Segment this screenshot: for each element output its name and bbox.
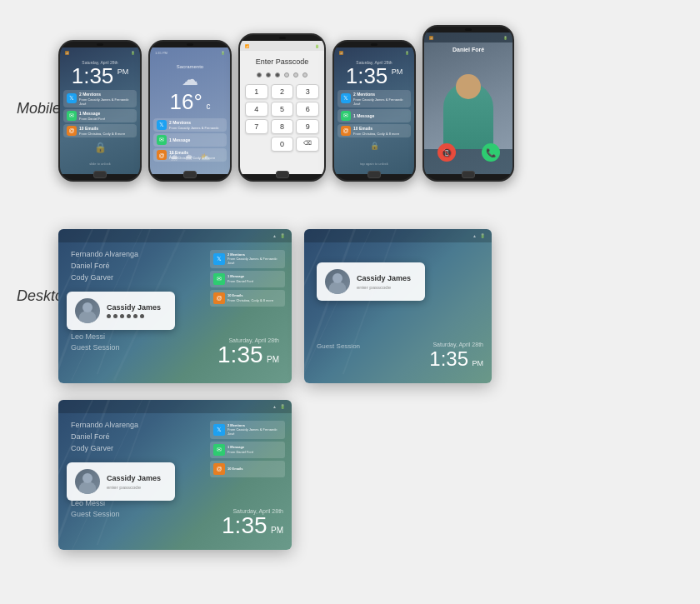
p4-email-icon: @ (341, 126, 351, 136)
desktop-date-2: Saturday, April 28th (429, 342, 483, 347)
pwd-dot-3 (120, 314, 124, 318)
key-5[interactable]: 5 (271, 102, 294, 117)
d3-email-icon: @ (213, 463, 225, 475)
d3-notif-2: ✉ 1 MessageFrom Daniel Foré (210, 442, 285, 458)
desktop-screen-3: ▲ 🔋 Fernando Alvarenga Daniel Foré Cody … (58, 400, 292, 550)
key-0[interactable]: 0 (271, 137, 294, 152)
guest-session-label[interactable]: Guest Session (317, 342, 360, 350)
phone-screen-4: 📶 🔋 Saturday, April 28th 1:35 PM 𝕏 2 Men… (334, 47, 414, 174)
key-9[interactable]: 9 (296, 119, 319, 134)
phone-time-4: 1:35 PM (334, 65, 414, 87)
call-buttons[interactable]: 📵 📞 (424, 143, 512, 162)
key-1[interactable]: 1 (245, 84, 268, 99)
desktop-time-1: Saturday, April 28th 1:35 PM (218, 337, 279, 367)
password-dots-1 (107, 314, 167, 318)
p4-notif-1: 𝕏 2 MentionsFrom Cassidy James & Fernand… (338, 90, 411, 107)
caller-head (456, 74, 481, 99)
desktop-time-2: Saturday, April 28th 1:35 PM (429, 342, 483, 371)
desktop-big-time-3: 1:35 (222, 512, 268, 538)
weather-icon-3: ⛅ (200, 152, 210, 162)
phone-screen-2: 1:35 PM 🔋 Sacramento ☁ 16° c 𝕏 (150, 47, 230, 174)
phone-screen-3: 📶 🔋 Enter Passcode (240, 41, 324, 174)
swipe-hint-1: slide to unlock (60, 162, 140, 166)
dot-3 (275, 72, 280, 77)
login-card-2[interactable]: Cassidy James enter passcode (317, 262, 425, 301)
notif-text-twitter-1: 2 MentionsFrom Cassidy James & Fernando … (79, 92, 133, 106)
desktop-extra-users-3: Leo Messi Guest Session (71, 499, 120, 521)
desktop-user-list-1: Fernando Alvarenga Daniel Foré Cody Garv… (71, 250, 138, 285)
phone-3[interactable]: 📶 🔋 Enter Passcode (238, 33, 326, 182)
phone-2: 1:35 PM 🔋 Sacramento ☁ 16° c 𝕏 (148, 40, 232, 182)
passcode-grid[interactable]: 1 2 3 4 5 6 7 8 9 0 ⌫ (240, 81, 324, 155)
d3-user-daniel[interactable]: Daniel Foré (71, 432, 138, 441)
login-avatar-2 (325, 269, 350, 294)
lock-icon-1: 🔒 (60, 139, 140, 156)
phone-4: 📶 🔋 Saturday, April 28th 1:35 PM 𝕏 2 Men… (332, 40, 416, 182)
decline-button[interactable]: 📵 (438, 143, 456, 162)
user-fernando[interactable]: Fernando Alvarenga (71, 250, 138, 258)
key-6[interactable]: 6 (296, 102, 319, 117)
accept-button[interactable]: 📞 (482, 143, 500, 162)
caller-name: Daniel Foré (427, 47, 510, 52)
desktop-user-list-3: Fernando Alvarenga Daniel Foré Cody Garv… (71, 421, 138, 456)
d-notif-text-1: 2 MentionsFrom Cassidy James & Fernando … (228, 252, 282, 266)
p4-notif-3: @ 10 EmailsFrom Christina, Cody & 8 more (338, 124, 411, 137)
status-bar-4: 📶 🔋 (334, 47, 414, 57)
dot-5 (293, 72, 298, 77)
desktop-screens-row: ▲ 🔋 Fernando Alvarenga Daniel Foré Cody … (58, 229, 492, 383)
phone-5: 📶 🔋 Daniel Foré (422, 25, 514, 182)
key-7[interactable]: 7 (245, 119, 268, 134)
dot-4 (284, 72, 289, 77)
d3-user-fernando[interactable]: Fernando Alvarenga (71, 421, 138, 429)
dot-6 (302, 72, 308, 77)
key-3[interactable]: 3 (296, 84, 319, 99)
status-bar-5: 📶 🔋 (424, 32, 512, 42)
email-icon-1: @ (67, 126, 77, 136)
notif-message-1: ✉ 1 MessageFrom Daniel Foré (63, 109, 137, 122)
call-photo: Daniel Foré (424, 42, 512, 149)
user-daniel[interactable]: Daniel Foré (71, 262, 138, 270)
key-8[interactable]: 8 (271, 119, 294, 134)
notif-message-text-2: 1 Message (169, 137, 190, 143)
user-cody[interactable]: Cody Garver (71, 273, 138, 282)
d3-user-cody[interactable]: Cody Garver (71, 444, 138, 452)
d3-notif-text-2: 1 MessageFrom Daniel Foré (228, 445, 253, 453)
d3-notif-text-1: 2 MentionsFrom Cassidy James & Fernando … (228, 423, 282, 437)
phone-screen-5: 📶 🔋 Daniel Foré (424, 32, 512, 174)
desktop-big-time-1: 1:35 (218, 342, 263, 367)
login-card-3[interactable]: Cassidy James enter passcode (67, 462, 175, 501)
phone-camera-4 (371, 43, 378, 46)
notif-twitter-1: 𝕏 2 MentionsFrom Cassidy James & Fernand… (63, 90, 137, 107)
login-avatar-1 (75, 298, 100, 323)
battery-icon-d2: 🔋 (480, 233, 485, 238)
phone-camera-1 (97, 43, 103, 46)
phone-1: 📶 🔋 Saturday, April 28th 1:35 PM 𝕏 (58, 40, 142, 182)
passcode-dots (240, 72, 324, 77)
d-notif-text-3: 10 EmailsFrom Christina, Cody & 8 more (228, 293, 273, 302)
user-leo[interactable]: Leo Messi (71, 332, 120, 341)
key-4[interactable]: 4 (245, 102, 268, 117)
p4-twitter-icon: 𝕏 (341, 93, 351, 103)
d-twitter-icon: 𝕏 (213, 253, 225, 265)
d3-user-leo[interactable]: Leo Messi (71, 499, 120, 507)
status-bar-1: 📶 🔋 (60, 47, 140, 57)
key-2[interactable]: 2 (271, 84, 294, 99)
weather-notif-1: 𝕏 2 MentionsFrom Cassidy James & Fernand… (153, 118, 227, 132)
d3-notif-text-3: 10 Emails (228, 467, 242, 471)
notif-text-message-1: 1 MessageFrom Daniel Foré (79, 111, 105, 121)
key-backspace[interactable]: ⌫ (296, 137, 319, 152)
weather-icon: ☁ (150, 69, 230, 89)
d-notif-3: @ 10 EmailsFrom Christina, Cody & 8 more (210, 290, 285, 307)
lock-icon-4: 🔒 (334, 139, 414, 152)
login-card-1[interactable]: Cassidy James (67, 292, 175, 330)
user-guest[interactable]: Guest Session (71, 343, 120, 352)
d3-user-guest[interactable]: Guest Session (71, 510, 120, 518)
desktop-time-3: Saturday, April 28th 1:35 PM (222, 508, 283, 537)
desktop-extra-users-1: Leo Messi Guest Session (71, 332, 120, 354)
mobile-label: Mobile (17, 100, 61, 117)
d3-twitter-icon: 𝕏 (213, 424, 225, 436)
login-subtitle-2: enter passcode (357, 285, 417, 290)
weather-city: Sacramento (150, 57, 230, 69)
login-info-2: Cassidy James enter passcode (357, 274, 417, 290)
phone-notifications-1: 𝕏 2 MentionsFrom Cassidy James & Fernand… (60, 90, 140, 137)
